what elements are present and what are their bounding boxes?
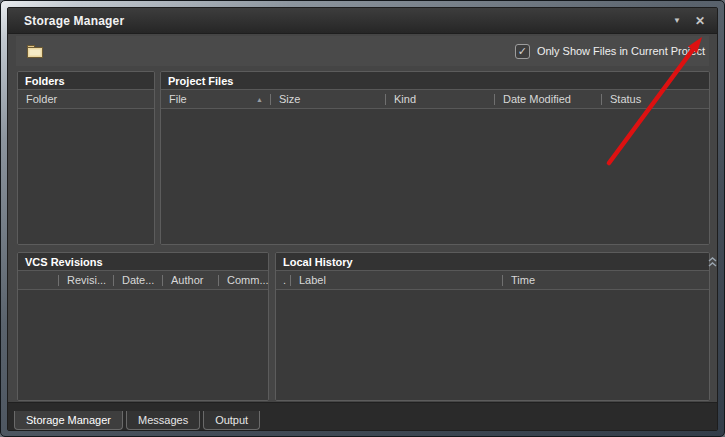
titlebar-controls: ▼ ✕ [673,15,705,27]
vcs-revisions-panel-title: VCS Revisions [18,253,268,271]
tab-output[interactable]: Output [203,411,260,430]
column-header-time[interactable]: Time [503,271,709,289]
project-files-list [161,109,709,244]
column-header-folder[interactable]: Folder [18,90,154,108]
sort-ascending-icon: ▲ [256,96,263,103]
column-header-comment[interactable]: Comm... [219,271,268,289]
folders-panel: Folders Folder [17,71,155,245]
column-header-date[interactable]: Date... [114,271,162,289]
folders-list [18,109,154,244]
checkbox-label: Only Show Files in Current Project [537,45,705,57]
column-header-status[interactable]: Status [602,90,709,108]
project-files-column-headers: File ▲ Size Kind Date Modified Status [161,90,709,109]
folder-icon[interactable] [24,42,46,60]
toolbar: ✓ Only Show Files in Current Project [16,36,709,66]
vcs-revisions-panel: VCS Revisions Revisi... Date... Author C… [17,252,269,401]
local-history-panel: Local History . Label Time [275,252,710,401]
column-header-file[interactable]: File ▲ [161,90,270,108]
checkbox-checked-icon[interactable]: ✓ [515,44,530,59]
local-history-column-headers: . Label Time [276,271,709,290]
titlebar[interactable]: Storage Manager ▼ ✕ [8,8,717,34]
column-header-revision[interactable]: Revisi... [59,271,113,289]
tab-messages[interactable]: Messages [126,411,200,430]
project-files-panel: Project Files File ▲ Size Kind Date Modi… [160,71,710,245]
close-icon[interactable]: ✕ [695,15,705,27]
column-header-dot[interactable]: . [276,271,290,289]
column-header-kind[interactable]: Kind [386,90,494,108]
dropdown-menu-icon[interactable]: ▼ [673,17,681,25]
window-title: Storage Manager [24,14,124,28]
column-header-file-label: File [169,93,187,105]
column-header-label[interactable]: Label [291,271,502,289]
vcs-revisions-column-headers: Revisi... Date... Author Comm... [18,271,268,290]
folders-panel-title: Folders [18,72,154,90]
vcs-revisions-list [18,290,268,400]
column-header-size[interactable]: Size [271,90,385,108]
folders-column-headers: Folder [18,90,154,109]
local-history-list [276,290,709,400]
only-show-files-checkbox-group[interactable]: ✓ Only Show Files in Current Project [515,44,705,59]
column-header-blank[interactable] [18,271,58,289]
local-history-panel-title: Local History [276,253,709,271]
column-header-date-modified[interactable]: Date Modified [495,90,601,108]
storage-manager-panel: Storage Manager ▼ ✕ ✓ Only Show Files in… [7,7,718,431]
column-header-author[interactable]: Author [163,271,218,289]
double-chevron-up-icon[interactable] [707,255,718,269]
bottom-tab-bar: Storage Manager Messages Output [8,402,717,430]
storage-manager-window-frame: Storage Manager ▼ ✕ ✓ Only Show Files in… [0,0,725,437]
tab-storage-manager[interactable]: Storage Manager [14,411,123,430]
project-files-panel-title: Project Files [161,72,709,90]
